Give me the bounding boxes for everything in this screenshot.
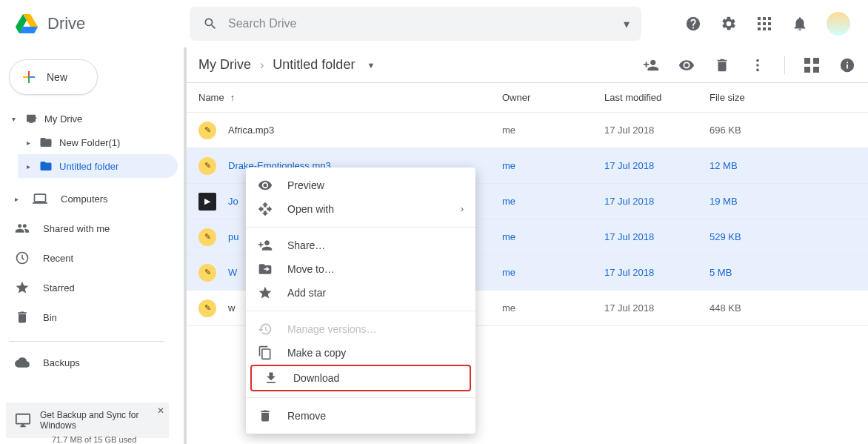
settings-icon[interactable]: [720, 15, 738, 33]
tree-item-new-folder[interactable]: ▸ New Folder(1): [18, 130, 178, 154]
storage-text: 71.7 MB of 15 GB used: [52, 435, 136, 444]
svg-rect-16: [813, 58, 819, 64]
promo-text: Get Backup and Sync for Windows: [40, 410, 148, 431]
cm-remove[interactable]: Remove: [246, 404, 475, 428]
sidebar-recent[interactable]: Recent: [0, 243, 178, 273]
caret-down-icon: ▾: [9, 115, 18, 123]
tree-my-drive-label: My Drive: [44, 113, 82, 125]
backup-sync-promo[interactable]: Get Backup and Sync for Windows ✕: [6, 402, 169, 438]
column-size[interactable]: File size: [710, 92, 856, 103]
svg-rect-3: [758, 22, 761, 25]
context-menu: Preview Open with › Share… Move to… Add …: [246, 168, 475, 434]
cm-add-star[interactable]: Add star: [246, 281, 475, 305]
svg-rect-17: [804, 67, 810, 73]
file-owner: me: [502, 125, 604, 136]
cm-download[interactable]: Download: [252, 366, 470, 390]
clock-icon: [15, 251, 30, 265]
file-size: 5 MB: [710, 267, 856, 278]
column-name[interactable]: Name: [198, 92, 224, 103]
file-row[interactable]: ✎Africa.mp3me17 Jul 2018696 KB: [187, 113, 868, 148]
sidebar-starred[interactable]: Starred: [0, 273, 178, 302]
open-with-icon: [258, 202, 273, 216]
close-icon[interactable]: ✕: [157, 405, 164, 416]
breadcrumb: My Drive › Untitled folder ▼: [198, 57, 375, 73]
trash-icon: [15, 310, 30, 325]
cm-move-to[interactable]: Move to…: [246, 257, 475, 281]
svg-rect-1: [763, 17, 766, 20]
file-size: 12 MB: [710, 160, 856, 171]
svg-rect-7: [763, 27, 766, 30]
logo-area[interactable]: Drive: [12, 9, 184, 39]
svg-rect-18: [813, 67, 819, 73]
folder-icon: [39, 159, 53, 173]
new-button[interactable]: New: [9, 59, 98, 95]
grid-view-icon[interactable]: [803, 56, 821, 74]
delete-icon[interactable]: [713, 56, 731, 74]
svg-rect-4: [763, 22, 766, 25]
cm-open-with[interactable]: Open with ›: [246, 197, 475, 221]
app-name: Drive: [47, 14, 85, 33]
audio-file-icon: ✎: [198, 157, 216, 175]
search-bar[interactable]: ▾: [190, 7, 641, 41]
notifications-icon[interactable]: [791, 15, 809, 33]
breadcrumb-folder[interactable]: Untitled folder: [273, 57, 355, 73]
info-icon[interactable]: [838, 56, 856, 74]
sidebar-bin-label: Bin: [43, 312, 57, 323]
column-modified[interactable]: Last modified: [604, 92, 710, 103]
search-icon: [201, 15, 219, 33]
tree-my-drive[interactable]: ▾ My Drive: [3, 107, 178, 130]
new-button-label: New: [47, 71, 67, 83]
tree-item-label: New Folder(1): [59, 137, 120, 148]
file-modified: 17 Jul 2018: [604, 231, 710, 242]
svg-rect-0: [758, 17, 761, 20]
file-owner: me: [502, 196, 604, 207]
svg-rect-8: [768, 27, 771, 30]
video-file-icon: ▶: [198, 193, 216, 211]
sidebar-recent-label: Recent: [43, 253, 73, 264]
cloud-icon: [15, 355, 30, 370]
audio-file-icon: ✎: [198, 299, 216, 317]
preview-icon[interactable]: [678, 56, 695, 74]
sidebar-bin[interactable]: Bin: [0, 302, 178, 332]
column-owner[interactable]: Owner: [502, 92, 604, 103]
audio-file-icon: ✎: [198, 228, 216, 246]
sidebar-computers[interactable]: ▸ Computers: [0, 184, 178, 213]
svg-point-14: [756, 68, 759, 71]
star-icon: [258, 285, 273, 300]
file-name: Africa.mp3: [228, 125, 502, 136]
cm-make-copy[interactable]: Make a copy: [246, 341, 475, 365]
chevron-right-icon: ›: [461, 204, 464, 214]
apps-icon[interactable]: [755, 15, 773, 33]
sidebar-shared[interactable]: Shared with me: [0, 213, 178, 243]
sidebar-computers-label: Computers: [61, 193, 108, 205]
svg-point-13: [756, 64, 759, 67]
sort-arrow-up-icon[interactable]: ↑: [230, 92, 236, 103]
add-person-icon[interactable]: [642, 56, 660, 74]
breadcrumb-dropdown-icon[interactable]: ▼: [367, 61, 375, 70]
more-icon[interactable]: [749, 56, 767, 74]
file-size: 448 KB: [710, 302, 856, 314]
file-size: 696 KB: [710, 125, 856, 136]
download-icon: [264, 371, 278, 385]
search-input[interactable]: [228, 17, 615, 30]
svg-rect-9: [27, 116, 36, 122]
user-avatar[interactable]: [827, 12, 850, 36]
breadcrumb-root[interactable]: My Drive: [198, 57, 251, 73]
file-owner: me: [502, 267, 604, 278]
help-icon[interactable]: [684, 15, 702, 33]
history-icon: [258, 322, 273, 337]
file-modified: 17 Jul 2018: [604, 125, 710, 136]
file-size: 19 MB: [710, 196, 856, 207]
chevron-right-icon: ›: [260, 59, 264, 72]
folder-icon: [39, 135, 53, 150]
caret-right-icon: ▸: [24, 139, 33, 147]
sidebar-shared-label: Shared with me: [43, 223, 110, 234]
sidebar-backups[interactable]: Backups: [0, 348, 178, 377]
cm-preview[interactable]: Preview: [246, 173, 475, 197]
star-icon: [15, 280, 30, 295]
svg-rect-10: [27, 115, 36, 116]
tree-item-untitled-folder[interactable]: ▸ Untitled folder: [18, 154, 178, 178]
search-dropdown-icon[interactable]: ▾: [624, 17, 630, 31]
shared-icon: [15, 221, 30, 236]
cm-share[interactable]: Share…: [246, 233, 475, 257]
